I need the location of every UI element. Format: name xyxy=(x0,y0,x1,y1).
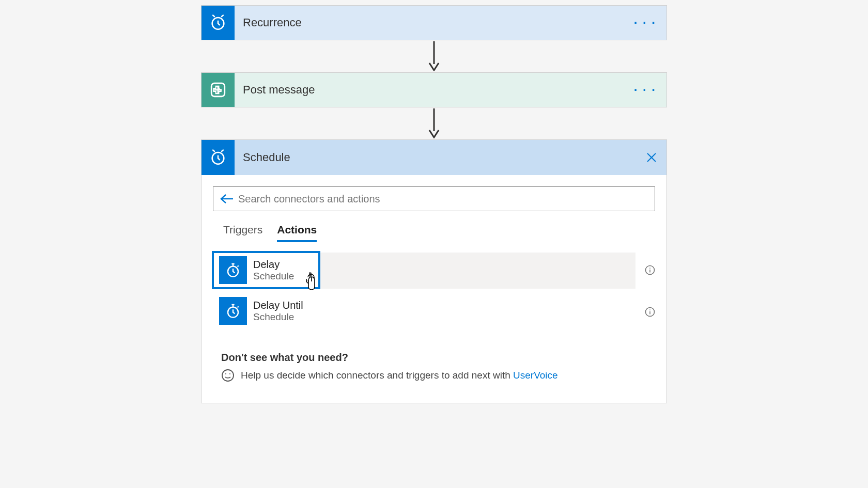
step-post-message[interactable]: Post message · · · xyxy=(201,72,667,107)
action-name: Delay xyxy=(253,259,294,271)
svg-point-23 xyxy=(649,309,650,310)
help-heading: Don't see what you need? xyxy=(221,352,647,364)
info-icon[interactable] xyxy=(645,265,655,275)
step-title: Recurrence xyxy=(243,16,302,29)
post-message-icon xyxy=(202,73,235,107)
schedule-panel: Schedule Triggers Acti xyxy=(201,139,667,403)
flow-arrow xyxy=(427,107,441,139)
action-name: Delay Until xyxy=(253,300,303,311)
svg-point-15 xyxy=(649,267,650,269)
search-row xyxy=(213,186,655,211)
more-menu-button[interactable]: · · · xyxy=(634,15,656,30)
flow-arrow xyxy=(427,40,441,72)
action-delay-until[interactable]: Delay Until Schedule xyxy=(213,293,655,329)
info-icon[interactable] xyxy=(645,307,655,317)
svg-point-25 xyxy=(222,370,234,381)
svg-point-27 xyxy=(229,373,230,374)
action-sub: Schedule xyxy=(253,311,303,323)
step-recurrence[interactable]: Recurrence · · · xyxy=(201,5,667,40)
back-arrow-icon[interactable] xyxy=(218,193,236,204)
tab-actions[interactable]: Actions xyxy=(277,224,317,241)
schedule-icon xyxy=(202,140,235,175)
stopwatch-icon xyxy=(219,297,247,325)
svg-point-26 xyxy=(225,373,226,374)
action-sub: Schedule xyxy=(253,271,294,282)
search-input[interactable] xyxy=(236,193,650,205)
tab-triggers[interactable]: Triggers xyxy=(223,224,262,241)
step-title: Post message xyxy=(243,83,315,97)
action-delay[interactable]: Delay Schedule xyxy=(213,252,319,288)
panel-title: Schedule xyxy=(235,140,667,175)
svg-line-13 xyxy=(238,265,239,266)
smile-icon xyxy=(221,369,235,382)
panel-header: Schedule xyxy=(202,140,667,175)
svg-line-21 xyxy=(238,306,239,307)
uservoice-link[interactable]: UserVoice xyxy=(513,370,558,381)
close-button[interactable] xyxy=(646,152,657,163)
tabs: Triggers Actions xyxy=(213,224,655,241)
recurrence-icon xyxy=(202,6,235,40)
stopwatch-icon xyxy=(219,256,247,284)
more-menu-button[interactable]: · · · xyxy=(634,83,656,97)
help-text: Help us decide which connectors and trig… xyxy=(241,370,513,381)
